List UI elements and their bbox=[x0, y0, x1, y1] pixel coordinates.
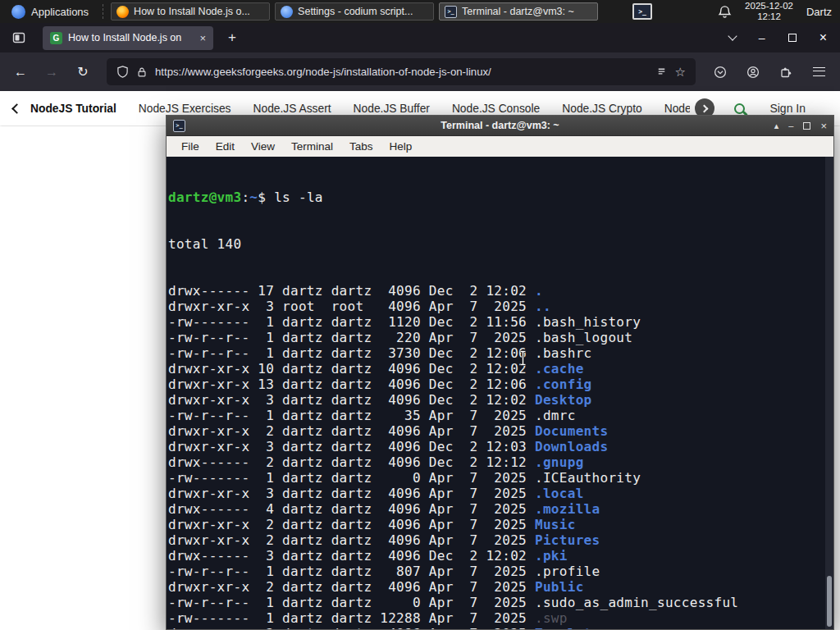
file-name: Documents bbox=[535, 423, 608, 439]
notification-bell-icon[interactable] bbox=[718, 5, 732, 19]
firefox-view-icon[interactable] bbox=[8, 27, 30, 48]
gfg-favicon bbox=[50, 32, 62, 44]
terminal-line: drwxr-xr-x 3 dartz dartz 4096 Apr 7 2025… bbox=[168, 486, 822, 501]
clock-date: 2025-12-02 bbox=[745, 1, 793, 11]
maximize-icon bbox=[788, 34, 797, 42]
menu-tabs[interactable]: Tabs bbox=[341, 140, 381, 153]
terminal-minimize-button[interactable]: – bbox=[788, 121, 793, 130]
menu-view[interactable]: View bbox=[243, 140, 283, 153]
window-minimize-button[interactable]: – bbox=[759, 32, 765, 43]
file-name: .profile bbox=[535, 564, 600, 579]
reader-mode-icon[interactable] bbox=[655, 66, 668, 78]
taskbar-item-settings[interactable]: Settings - codium script... bbox=[275, 2, 434, 21]
terminal-line: -rw-r--r-- 1 dartz dartz 220 Apr 7 2025 … bbox=[168, 330, 822, 345]
applications-menu-button[interactable]: Applications bbox=[5, 3, 95, 21]
file-name: .bashrc bbox=[535, 345, 592, 361]
panel-clock[interactable]: 2025-12-02 12:12 bbox=[745, 1, 793, 22]
terminal-line: drwx------ 17 dartz dartz 4096 Dec 2 12:… bbox=[168, 283, 822, 299]
terminal-shade-button[interactable]: ▴ bbox=[774, 121, 779, 131]
command-text: ls -la bbox=[274, 189, 323, 205]
terminal-line: -rw-r--r-- 1 dartz dartz 3730 Dec 2 12:0… bbox=[168, 345, 822, 361]
terminal-scrollbar-thumb[interactable] bbox=[827, 576, 832, 627]
nav-item-nodejs-assert[interactable]: Node.JS Assert bbox=[253, 103, 331, 115]
terminal-line: drwxr-xr-x 3 dartz dartz 4096 Dec 2 12:0… bbox=[168, 392, 822, 408]
tab-close-icon[interactable]: × bbox=[199, 32, 206, 44]
terminal-maximize-button[interactable] bbox=[803, 122, 810, 130]
terminal-line: drwxr-xr-x 2 dartz dartz 4096 Apr 7 2025… bbox=[168, 579, 822, 595]
tab-title: How to Install Node.js on bbox=[68, 32, 194, 43]
list-all-tabs-icon[interactable] bbox=[728, 31, 737, 40]
terminal-title-bar[interactable]: Terminal - dartz@vm3: ~ ▴ – × bbox=[167, 116, 833, 136]
terminal-listing: drwx------ 17 dartz dartz 4096 Dec 2 12:… bbox=[168, 283, 822, 629]
search-icon[interactable] bbox=[734, 103, 745, 114]
taskbar-item-label: How to Install Node.js o... bbox=[134, 6, 250, 17]
desktop: Applications How to Install Node.js o...… bbox=[0, 0, 840, 630]
file-name: Downloads bbox=[535, 439, 608, 454]
settings-window-icon bbox=[281, 6, 293, 18]
terminal-line: -rw-r--r-- 1 dartz dartz 807 Apr 7 2025 … bbox=[168, 564, 822, 579]
browser-tab-active[interactable]: How to Install Node.js on × bbox=[43, 26, 213, 50]
menu-help[interactable]: Help bbox=[381, 140, 421, 153]
nav-item-nodejs-tutorial[interactable]: NodeJS Tutorial bbox=[30, 103, 116, 115]
back-button[interactable]: ← bbox=[8, 65, 33, 80]
file-name: . bbox=[535, 283, 543, 299]
top-panel: Applications How to Install Node.js o...… bbox=[0, 0, 840, 23]
terminal-prompt-line: dartz@vm3:~$ ls -la bbox=[168, 189, 822, 205]
forward-button[interactable]: → bbox=[39, 65, 64, 80]
terminal-output[interactable]: dartz@vm3:~$ ls -la total 140 drwx------… bbox=[167, 157, 833, 629]
terminal-line: -rw-r--r-- 1 dartz dartz 0 Apr 7 2025 .s… bbox=[168, 595, 822, 610]
file-name: .pki bbox=[535, 548, 568, 564]
prompt-userhost: dartz@vm3 bbox=[168, 189, 241, 205]
reload-button[interactable]: ↻ bbox=[71, 64, 95, 80]
file-name: .swp bbox=[535, 610, 568, 626]
menu-edit[interactable]: Edit bbox=[208, 140, 243, 153]
file-name: Music bbox=[535, 517, 576, 532]
account-icon[interactable] bbox=[740, 66, 766, 79]
taskbar-item-terminal[interactable]: Terminal - dartz@vm3: ~ bbox=[439, 2, 598, 21]
terminal-line: drwxr-xr-x 2 dartz dartz 4096 Apr 7 2025… bbox=[168, 532, 822, 548]
terminal-line: drwxr-xr-x 2 dartz dartz 4096 Apr 7 2025… bbox=[168, 423, 822, 439]
pocket-icon[interactable] bbox=[707, 66, 733, 79]
menu-file[interactable]: File bbox=[173, 140, 208, 153]
panel-separator bbox=[103, 4, 103, 19]
taskbar-item-label: Settings - codium script... bbox=[298, 6, 413, 17]
file-name: .mozilla bbox=[535, 501, 600, 517]
prompt-symbol: $ bbox=[258, 189, 274, 205]
lock-icon[interactable] bbox=[136, 66, 148, 78]
url-text[interactable]: https://www.geeksforgeeks.org/node-js/in… bbox=[155, 66, 648, 78]
nav-item-nodejs-crypto[interactable]: Node.JS Crypto bbox=[562, 103, 641, 115]
sign-in-link[interactable]: Sign In bbox=[769, 102, 806, 115]
terminal-window-controls: ▴ – × bbox=[774, 120, 827, 132]
hamburger-bars bbox=[813, 67, 825, 76]
nav-item-nodejs-dns[interactable]: Node.JS DNS bbox=[664, 103, 691, 115]
extensions-icon[interactable] bbox=[773, 66, 799, 79]
nav-item-nodejs-exercises[interactable]: NodeJS Exercises bbox=[139, 103, 231, 115]
terminal-close-button[interactable]: × bbox=[820, 120, 827, 132]
nav-scroll-left-icon[interactable] bbox=[11, 103, 22, 114]
window-maximize-button[interactable] bbox=[788, 34, 797, 42]
gfg-nav-items: NodeJS Tutorial NodeJS Exercises Node.JS… bbox=[30, 103, 690, 115]
file-name: .config bbox=[535, 377, 592, 392]
terminal-line: -rw------- 1 dartz dartz 1120 Dec 2 11:5… bbox=[168, 314, 822, 330]
menu-terminal[interactable]: Terminal bbox=[283, 140, 341, 153]
terminal-line: drwxr-xr-x 10 dartz dartz 4096 Dec 2 12:… bbox=[168, 361, 822, 377]
bookmark-star-icon[interactable]: ☆ bbox=[675, 65, 686, 80]
terminal-line: drwx------ 3 dartz dartz 4096 Dec 2 12:0… bbox=[168, 548, 822, 564]
applications-label: Applications bbox=[31, 6, 89, 18]
url-bar[interactable]: https://www.geeksforgeeks.org/node-js/in… bbox=[107, 58, 696, 85]
taskbar-item-browser[interactable]: How to Install Node.js o... bbox=[111, 2, 270, 21]
nav-item-nodejs-buffer[interactable]: Node.JS Buffer bbox=[354, 103, 430, 115]
file-name: .ICEauthority bbox=[535, 470, 641, 486]
file-name: .local bbox=[535, 486, 584, 501]
menu-icon[interactable] bbox=[806, 67, 832, 76]
mouse-cursor bbox=[518, 350, 527, 369]
tracking-shield-icon[interactable] bbox=[116, 66, 129, 78]
tray-terminal-icon[interactable] bbox=[632, 3, 652, 20]
window-close-button[interactable]: × bbox=[819, 31, 827, 44]
firefox-icon bbox=[116, 6, 129, 18]
nav-item-nodejs-console[interactable]: Node.JS Console bbox=[452, 103, 540, 115]
terminal-scrollbar[interactable] bbox=[825, 157, 833, 629]
tabbar-right-controls: – × bbox=[729, 31, 832, 44]
new-tab-button[interactable]: + bbox=[221, 30, 243, 46]
terminal-line: -rw------- 1 dartz dartz 0 Apr 7 2025 .I… bbox=[168, 470, 822, 486]
